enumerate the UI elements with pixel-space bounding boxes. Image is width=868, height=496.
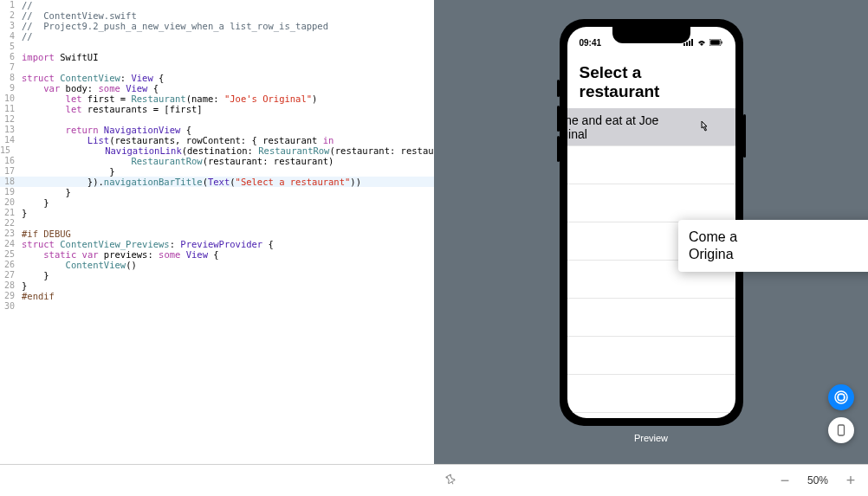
code-text [22,218,434,229]
code-line[interactable]: 2// ContentView.swift [0,10,434,21]
code-line[interactable]: 17 } [0,166,434,177]
code-line[interactable]: 22 [0,218,434,229]
code-text: struct ContentView_Previews: PreviewProv… [22,239,434,249]
navigation-title: Select a restaurant [567,53,735,108]
line-number: 3 [0,21,22,31]
code-line[interactable]: 25 static var previews: some View { [0,249,434,260]
code-line[interactable]: 1// [0,0,434,10]
zoom-level: 50% [807,474,828,486]
line-number: 9 [0,83,22,93]
status-time: 09:41 [580,38,602,48]
device-icon [834,423,848,437]
bottom-toolbar: − 50% + [0,464,868,496]
list-row[interactable] [567,337,735,375]
line-number: 16 [0,156,22,166]
code-line[interactable]: 26 ContentView() [0,260,434,270]
code-line[interactable]: 19 } [0,187,434,197]
svg-rect-1 [686,42,688,47]
phone-side-button-right [743,114,746,158]
code-text: NavigationLink(destination: RestaurantRo… [17,145,434,156]
list-row[interactable]: ome and eat at Joe riginal [567,108,735,146]
code-line[interactable]: 20 } [0,197,434,208]
code-line[interactable]: 30 [0,301,434,312]
code-text: ContentView() [22,260,434,270]
code-editor[interactable]: 1//2// ContentView.swift3// Project9.2_p… [0,0,434,464]
zoom-controls: − 50% + [778,472,858,490]
line-number: 11 [0,104,22,114]
line-number: 13 [0,125,22,135]
code-line[interactable]: 14 List(restaurants, rowContent: { resta… [0,135,434,145]
code-text [22,62,434,73]
code-text: } [22,280,434,291]
row-text: ome and eat at Joe riginal [567,113,659,141]
code-line[interactable]: 9 var body: some View { [0,83,434,93]
cursor-icon [697,120,711,137]
code-line[interactable]: 24struct ContentView_Previews: PreviewPr… [0,239,434,249]
svg-rect-2 [689,41,690,46]
line-number: 1 [0,0,22,10]
preview-device-button[interactable] [828,417,854,443]
code-text: RestaurantRow(restaurant: restaurant) [22,156,434,166]
svg-rect-3 [691,39,693,46]
code-line[interactable]: 7 [0,62,434,73]
code-text [22,301,434,312]
svg-point-7 [835,391,847,403]
code-line[interactable]: 28} [0,280,434,291]
code-line[interactable]: 6import SwiftUI [0,52,434,62]
line-number: 12 [0,114,22,125]
code-line[interactable]: 12 [0,114,434,125]
line-number: 4 [0,31,22,42]
line-number: 2 [0,10,22,21]
code-text: let restaurants = [first] [22,104,434,114]
code-text: let first = Restaurant(name: "Joe's Orig… [22,93,434,104]
main-area: 1//2// ContentView.swift3// Project9.2_p… [0,0,868,464]
preview-refresh-button[interactable] [828,384,854,410]
line-number: 20 [0,197,22,208]
code-text: }).navigationBarTitle(Text("Select a res… [22,177,434,187]
line-number: 28 [0,280,22,291]
list-row[interactable] [567,184,735,222]
code-line[interactable]: 23#if DEBUG [0,229,434,239]
line-number: 15 [0,145,17,156]
svg-rect-5 [710,40,720,45]
code-text: struct ContentView: View { [22,73,434,83]
line-number: 22 [0,218,22,229]
line-number: 17 [0,166,22,177]
phone-side-button-left [557,136,560,162]
pin-icon[interactable] [444,473,457,488]
battery-icon [709,39,723,46]
preview-float-buttons [828,384,854,443]
list-row[interactable] [567,146,735,184]
code-line[interactable]: 10 let first = Restaurant(name: "Joe's O… [0,93,434,104]
line-number: 5 [0,42,22,52]
code-line[interactable]: 21} [0,208,434,218]
code-text: import SwiftUI [22,52,434,62]
phone-side-button-left [557,80,560,97]
line-number: 27 [0,270,22,280]
code-line[interactable]: 29#endif [0,291,434,301]
zoom-out-button[interactable]: − [778,472,792,490]
code-text: #if DEBUG [22,229,434,239]
line-number: 18 [0,177,22,187]
line-number: 7 [0,62,22,73]
code-line[interactable]: 11 let restaurants = [first] [0,104,434,114]
line-number: 29 [0,291,22,301]
list-row[interactable] [567,299,735,337]
code-line[interactable]: 16 RestaurantRow(restaurant: restaurant) [0,156,434,166]
status-icons [683,39,723,46]
list-row[interactable] [567,413,735,418]
code-line[interactable]: 5 [0,42,434,52]
overlay-tooltip: Come a Origina [678,220,868,272]
code-line[interactable]: 13 return NavigationView { [0,125,434,135]
list-row[interactable] [567,375,735,413]
code-line[interactable]: 8struct ContentView: View { [0,73,434,83]
zoom-in-button[interactable]: + [844,472,858,490]
code-text: } [22,270,434,280]
code-line[interactable]: 27 } [0,270,434,280]
code-line[interactable]: 4// [0,31,434,42]
code-text: // [22,0,434,10]
code-line[interactable]: 18 }).navigationBarTitle(Text("Select a … [0,177,434,187]
code-line[interactable]: 15 NavigationLink(destination: Restauran… [0,145,434,156]
code-text: // [22,31,434,42]
code-line[interactable]: 3// Project9.2_push_a_new_view_when_a li… [0,21,434,31]
